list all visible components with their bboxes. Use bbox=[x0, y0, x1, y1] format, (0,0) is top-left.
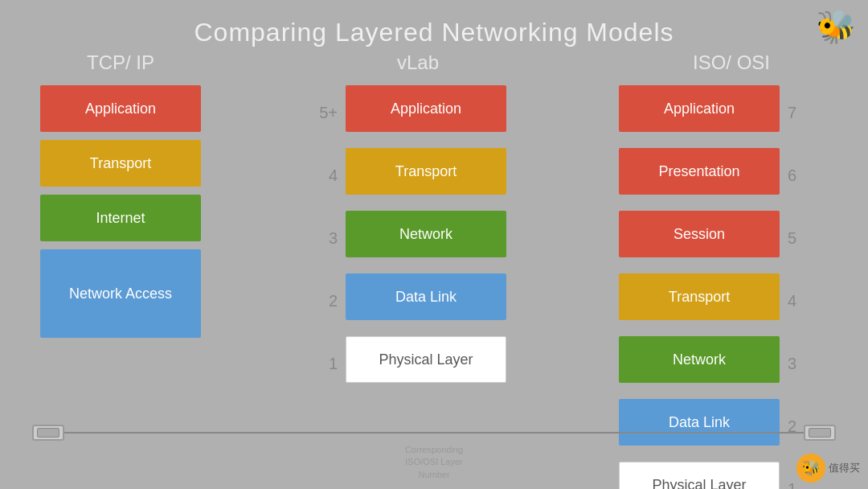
tcpip-column: TCP/ IP Application Transport Internet N… bbox=[24, 51, 217, 489]
vlab-heading: vLab bbox=[397, 51, 439, 74]
osi-physical: Physical Layer bbox=[619, 462, 780, 489]
osi-row-3: Network 3 bbox=[619, 336, 804, 391]
vlab-column: vLab 5+ Application 4 Transport 3 Networ… bbox=[313, 51, 522, 489]
osi-row-4: Transport 4 bbox=[619, 273, 804, 328]
vlab-physical: Physical Layer bbox=[346, 336, 506, 383]
bee-icon: 🐝 bbox=[816, 8, 856, 46]
osi-column: ISO/ OSI Application 7 Presentation 6 Se… bbox=[619, 51, 844, 489]
vlab-num-5plus: 5+ bbox=[313, 104, 346, 122]
watermark-icon: 🐝 bbox=[796, 454, 825, 483]
page-title: Comparing Layered Networking Models bbox=[0, 0, 868, 47]
cable-icon-left bbox=[32, 425, 64, 441]
vlab-transport: Transport bbox=[346, 148, 506, 195]
tcpip-internet: Internet bbox=[40, 195, 201, 241]
vlab-num-4: 4 bbox=[313, 166, 346, 185]
watermark: 🐝 值得买 bbox=[796, 454, 860, 483]
cable-icon-right-inner bbox=[809, 428, 831, 438]
osi-network: Network bbox=[619, 336, 780, 383]
vlab-row-1: 1 Physical Layer bbox=[313, 336, 506, 391]
cable-line bbox=[64, 432, 804, 434]
vlab-datalink: Data Link bbox=[346, 273, 506, 320]
vlab-network: Network bbox=[346, 211, 506, 257]
osi-application: Application bbox=[619, 85, 780, 132]
osi-presentation: Presentation bbox=[619, 148, 780, 195]
cable-icon-right bbox=[804, 425, 836, 441]
osi-transport: Transport bbox=[619, 273, 780, 320]
osi-row-5: Session 5 bbox=[619, 211, 804, 265]
tcpip-application: Application bbox=[40, 85, 201, 132]
bottom-label: CorrespondingISO/OSI LayerNumber bbox=[405, 444, 463, 481]
vlab-row-5plus: 5+ Application bbox=[313, 85, 506, 140]
osi-session: Session bbox=[619, 211, 780, 257]
osi-num-6: 6 bbox=[780, 166, 804, 185]
watermark-text: 值得买 bbox=[829, 461, 860, 475]
osi-num-5: 5 bbox=[780, 229, 804, 248]
bottom-cable-bar bbox=[0, 425, 868, 441]
vlab-row-3: 3 Network bbox=[313, 211, 506, 265]
vlab-application: Application bbox=[346, 85, 506, 132]
tcpip-network-access: Network Access bbox=[40, 249, 201, 338]
vlab-num-3: 3 bbox=[313, 229, 346, 248]
tcpip-heading: TCP/ IP bbox=[87, 51, 154, 74]
osi-heading: ISO/ OSI bbox=[693, 51, 770, 74]
osi-row-6: Presentation 6 bbox=[619, 148, 804, 203]
osi-num-4: 4 bbox=[780, 292, 804, 310]
vlab-num-1: 1 bbox=[313, 355, 346, 373]
vlab-row-2: 2 Data Link bbox=[313, 273, 506, 328]
osi-row-1: Physical Layer 1 bbox=[619, 462, 804, 489]
tcpip-transport: Transport bbox=[40, 140, 201, 187]
osi-row-7: Application 7 bbox=[619, 85, 804, 140]
vlab-num-2: 2 bbox=[313, 292, 346, 310]
osi-num-7: 7 bbox=[780, 104, 804, 122]
osi-num-3: 3 bbox=[780, 355, 804, 373]
cable-icon-left-inner bbox=[37, 428, 59, 438]
vlab-row-4: 4 Transport bbox=[313, 148, 506, 203]
